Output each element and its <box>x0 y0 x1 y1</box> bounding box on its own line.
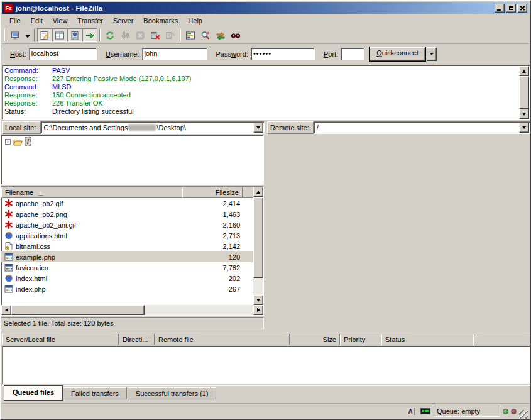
menu-item-file[interactable]: File <box>4 15 26 26</box>
arrow-left-icon <box>5 308 8 312</box>
username-input[interactable]: john <box>142 48 207 60</box>
resize-grip[interactable] <box>519 410 528 419</box>
file-list-hscrollbar[interactable] <box>1 305 263 315</box>
column-header-filesize[interactable]: Filesize <box>182 187 243 198</box>
scroll-thumb[interactable] <box>11 305 145 315</box>
local-path: C:\Documents and Settings\Desktop\ <box>44 124 186 131</box>
remote-file-list[interactable]: FilenameFilesizeapache_pb2.gif2,414apach… <box>1 186 264 316</box>
reconnect-button[interactable] <box>163 28 178 42</box>
cancel-operation-button[interactable] <box>133 28 148 42</box>
queue-column-directi-[interactable]: Directi... <box>119 334 155 345</box>
find-files-button[interactable] <box>228 28 243 42</box>
quickconnect-button[interactable]: Quickconnect <box>370 47 425 61</box>
css-icon <box>4 241 14 251</box>
scroll-down-button[interactable] <box>519 109 529 119</box>
scroll-up-button[interactable] <box>519 66 529 76</box>
menu-item-edit[interactable]: Edit <box>26 15 48 26</box>
scroll-left-button[interactable] <box>1 305 11 315</box>
file-cell-size: 202 <box>182 275 243 282</box>
firefox-icon <box>4 231 14 240</box>
file-row-index-html[interactable]: index.html202 <box>1 273 263 284</box>
menu-item-help[interactable]: Help <box>183 15 207 26</box>
file-row-apache-pb2-png[interactable]: apache_pb2.png1,463 <box>1 209 263 219</box>
tab-queued-files[interactable]: Queued files <box>4 386 62 400</box>
tab-failed-transfers[interactable]: Failed transfers <box>63 387 127 399</box>
minimize-icon <box>497 9 501 11</box>
log-line-label: Command: <box>4 67 52 75</box>
sort-ascending-icon <box>38 191 43 195</box>
file-row-bitnami-css[interactable]: bitnami.css2,142 <box>1 241 263 251</box>
transfer-queue-body[interactable] <box>2 346 530 384</box>
minimize-button[interactable] <box>495 4 505 13</box>
queue-column-filler <box>473 334 530 345</box>
site-manager-button[interactable] <box>8 28 23 42</box>
disconnect-button[interactable] <box>148 28 163 42</box>
log-lines: Command:PASVResponse:227 Entering Passiv… <box>3 65 530 116</box>
toolbar-gripper[interactable] <box>4 29 6 41</box>
scroll-thumb[interactable] <box>519 76 529 109</box>
message-log[interactable]: Command:PASVResponse:227 Entering Passiv… <box>2 65 530 120</box>
synchronized-browsing-button[interactable] <box>213 28 228 42</box>
log-scrollbar[interactable] <box>519 66 529 119</box>
remote-site-combobox[interactable]: / <box>314 121 530 134</box>
file-cell-size: 267 <box>182 285 243 293</box>
arrow-down-icon <box>256 299 260 302</box>
file-row-apache-pb2-ani-gif[interactable]: apache_pb2_ani.gif2,160 <box>1 219 263 230</box>
toggle-local-tree-button[interactable] <box>52 28 67 42</box>
queue-column-status[interactable]: Status <box>381 334 473 345</box>
scroll-thumb[interactable] <box>253 197 263 278</box>
local-site-combobox[interactable]: C:\Documents and Settings\Desktop\ <box>41 121 265 134</box>
password-input[interactable]: •••••• <box>251 48 315 60</box>
scroll-up-button[interactable] <box>253 187 263 197</box>
local-site-dropdown-button[interactable] <box>253 123 263 133</box>
quickconnect-dropdown-button[interactable] <box>427 47 437 61</box>
remote-tree[interactable]: +/ <box>1 135 264 185</box>
file-row-applications-html[interactable]: applications.html2,713 <box>1 230 263 241</box>
maximize-button[interactable] <box>506 4 516 13</box>
file-cell-name: example.php <box>1 252 182 262</box>
remote-site-row: Remote site: / <box>267 121 530 134</box>
find-files-icon <box>231 31 241 40</box>
scroll-down-button[interactable] <box>253 295 263 305</box>
queue-column-size[interactable]: Size <box>290 334 340 345</box>
remote-site-dropdown-button[interactable] <box>519 123 529 133</box>
file-row-apache-pb2-gif[interactable]: apache_pb2.gif2,414 <box>1 198 263 209</box>
toggle-message-log-button[interactable] <box>37 28 52 42</box>
log-line-text: PASV <box>52 67 70 75</box>
menu-item-transfer[interactable]: Transfer <box>72 15 108 26</box>
port-input[interactable] <box>341 48 364 60</box>
process-queue-button[interactable] <box>118 28 133 42</box>
menu-item-bookmarks[interactable]: Bookmarks <box>138 15 183 26</box>
file-name: applications.html <box>16 232 67 240</box>
refresh-button[interactable] <box>102 28 118 42</box>
file-row-index-php[interactable]: index.php267 <box>1 284 263 294</box>
host-input[interactable]: localhost <box>29 48 97 60</box>
close-button[interactable] <box>517 4 527 13</box>
window-controls <box>495 4 527 13</box>
column-header-filename[interactable]: Filename <box>1 187 182 198</box>
file-cell-name: apache_pb2_ani.gif <box>1 220 182 229</box>
cancel-operation-icon <box>135 31 145 40</box>
queue-column-priority[interactable]: Priority <box>340 334 381 345</box>
redacted-username <box>128 124 156 131</box>
window-title: john@localhost - FileZilla <box>16 4 495 12</box>
file-list-vscrollbar[interactable] <box>253 187 263 305</box>
menu-item-view[interactable]: View <box>48 15 73 26</box>
toolbar-gripper[interactable] <box>3 48 4 60</box>
scroll-right-button[interactable] <box>253 305 263 315</box>
file-row-favicon-ico[interactable]: favicon.ico7,782 <box>1 262 263 273</box>
file-row-example-php[interactable]: example.php120 <box>1 251 263 262</box>
filename-filters-button[interactable] <box>183 28 198 42</box>
chevron-down-icon <box>256 126 260 129</box>
queue-column-server-local-file[interactable]: Server/Local file <box>2 334 119 345</box>
tab-successful-transfers-1-[interactable]: Successful transfers (1) <box>128 387 217 399</box>
queue-column-label: Status <box>385 336 405 343</box>
directory-comparison-button[interactable] <box>198 28 213 42</box>
tree-item-root[interactable]: +/ <box>5 136 31 146</box>
site-manager-dropdown-button[interactable] <box>23 28 32 42</box>
expand-icon[interactable]: + <box>5 139 11 145</box>
queue-column-remote-file[interactable]: Remote file <box>155 334 290 345</box>
menu-item-server[interactable]: Server <box>108 15 138 26</box>
toggle-remote-tree-button[interactable] <box>67 28 82 42</box>
toggle-transfer-queue-button[interactable] <box>82 28 97 42</box>
